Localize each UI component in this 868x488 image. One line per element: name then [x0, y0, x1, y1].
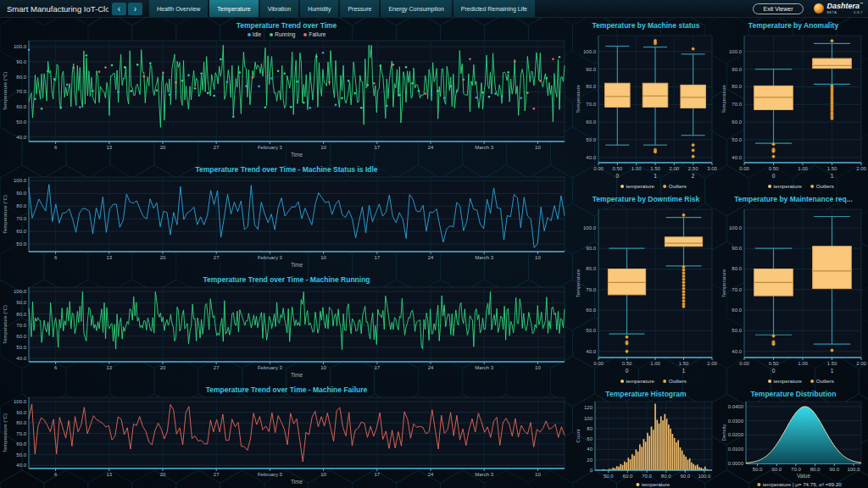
y-axis-title: Temperature: [576, 269, 581, 297]
brand-version: 0.8.7: [854, 11, 863, 14]
legend-item-temperature[interactable]: temperature: [620, 378, 654, 384]
x-axis-title: Time: [291, 479, 303, 485]
svg-text:1.50: 1.50: [679, 361, 689, 366]
legend: temperatureOutliers: [620, 183, 687, 189]
legend-item-temperature[interactable]: temperature: [620, 183, 654, 189]
svg-text:February 3: February 3: [258, 145, 283, 150]
legend-item-idle[interactable]: Idle: [248, 31, 261, 37]
legend-item-temperature[interactable]: temperature: [636, 481, 670, 487]
failure-dot-icon: [303, 33, 307, 36]
legend: temperature: [636, 481, 670, 487]
svg-text:70.0: 70.0: [791, 467, 801, 472]
tab-temperature[interactable]: Temperature: [209, 0, 258, 17]
y-axis-title: Temperature: [721, 269, 726, 297]
svg-text:27: 27: [214, 365, 220, 370]
svg-text:temperature: temperature: [626, 183, 655, 189]
outlier-point: [772, 150, 775, 152]
brand-beta-label: BETA: [826, 11, 837, 14]
y-axis-title: Temperature: [721, 84, 726, 113]
svg-text:13: 13: [106, 472, 112, 477]
legend-label: Idle: [253, 31, 261, 37]
nav-buttons: ‹ ›: [112, 3, 142, 15]
exit-viewer-button[interactable]: Exit Viewer: [753, 3, 804, 14]
chart-canvas-trend-running[interactable]: 40.050.060.070.080.090.0100.06132027Febr…: [0, 285, 573, 382]
chart-panel-temp-histogram: Temperature Histogram02040608010012050.0…: [573, 386, 719, 488]
chart-canvas-box-maintenance[interactable]: 40.050.060.070.080.090.0100.00.000.501.0…: [719, 204, 868, 386]
chart-panel-box-downtime-risk: Temperature by Downtime Risk40.050.060.0…: [573, 191, 719, 386]
legend-item-outliers[interactable]: Outliers: [810, 378, 834, 384]
svg-text:90.0: 90.0: [680, 474, 690, 479]
svg-text:10: 10: [320, 472, 326, 477]
svg-text:50.0: 50.0: [604, 474, 614, 479]
dashtera-logo-icon: [814, 3, 824, 14]
outlier-point: [692, 149, 694, 152]
svg-text:70.0: 70.0: [16, 216, 26, 221]
chart-panel-box-anomaly: Temperature by Anomality40.050.060.070.0…: [719, 18, 868, 191]
svg-text:10: 10: [535, 365, 541, 370]
chart-canvas-box-anomaly[interactable]: 40.050.060.070.080.090.0100.00.000.501.0…: [719, 30, 868, 191]
svg-text:March 3: March 3: [475, 145, 493, 150]
brand-logo[interactable]: Dashtera™ BETA 0.8.7: [814, 3, 863, 14]
y-axis-title: Temperature (°C): [3, 413, 8, 452]
legend-item-temperature[interactable]: temperature: [768, 378, 802, 384]
outlier-point: [626, 342, 628, 345]
svg-text:100.0: 100.0: [698, 474, 711, 479]
svg-text:27: 27: [214, 255, 220, 260]
left-chart-column: Temperature Trend over TimeIdleRunningFa…: [0, 18, 573, 488]
chart-canvas-temp-histogram[interactable]: 02040608010012050.060.070.080.090.0100.0…: [573, 399, 719, 488]
outlier-point: [654, 151, 656, 153]
svg-text:10: 10: [535, 255, 541, 260]
legend-item-outliers[interactable]: Outliers: [810, 183, 834, 189]
svg-text:60: 60: [587, 436, 593, 441]
chart-canvas-box-machine-status[interactable]: 40.050.060.070.080.090.0100.00.000.501.0…: [573, 30, 719, 191]
svg-text:20: 20: [587, 458, 593, 463]
legend-item-temperature[interactable]: temperature: [768, 183, 802, 189]
legend-item-failure[interactable]: Failure: [303, 31, 326, 37]
tab-energy-consumption[interactable]: Energy Consumption: [381, 0, 451, 17]
nav-back-button[interactable]: ‹: [112, 3, 126, 15]
svg-text:100.0: 100.0: [847, 467, 860, 472]
svg-text:50.0: 50.0: [753, 467, 763, 472]
tab-predicted-remaining-life[interactable]: Predicted Remaining Life: [453, 0, 535, 17]
svg-text:40.0: 40.0: [732, 349, 742, 354]
outlier-point: [772, 155, 775, 158]
chart-canvas-trend-failure[interactable]: 40.050.060.070.080.090.0100.06132027Febr…: [0, 395, 573, 488]
svg-text:90.0: 90.0: [16, 191, 26, 196]
tab-health-overview[interactable]: Health Overview: [149, 0, 208, 17]
x-axis-title: Time: [291, 372, 303, 378]
chart-canvas-temp-distribution[interactable]: 0.00000.01000.02000.03000.040050.060.070…: [719, 399, 868, 488]
svg-text:80.0: 80.0: [586, 84, 596, 89]
legend-item-running[interactable]: Running: [270, 31, 295, 37]
tab-vibration[interactable]: Vibration: [260, 0, 299, 17]
svg-text:90.0: 90.0: [16, 59, 26, 64]
legend-item-outliers[interactable]: Outliers: [663, 183, 687, 189]
svg-text:2.00: 2.00: [669, 166, 679, 171]
svg-text:0.00: 0.00: [593, 361, 604, 366]
svg-text:20: 20: [160, 145, 166, 150]
chart-canvas-trend-all[interactable]: 40.050.060.070.080.090.0100.06132027Febr…: [0, 38, 573, 162]
chart-panel-trend-all: Temperature Trend over TimeIdleRunningFa…: [0, 18, 573, 162]
legend-item-outliers[interactable]: Outliers: [663, 378, 687, 384]
legend-item-temperature[interactable]: temperature | μ= 74.75, σ² =99.20: [757, 481, 842, 487]
tab-humidity[interactable]: Humidity: [300, 0, 338, 17]
svg-text:0.50: 0.50: [612, 166, 622, 171]
outlier-point: [692, 155, 694, 158]
outlier-point: [626, 350, 628, 352]
nav-forward-button[interactable]: ›: [128, 3, 142, 15]
tab-pressure[interactable]: Pressure: [340, 0, 379, 17]
svg-text:February 3: February 3: [258, 255, 283, 260]
svg-text:0.00: 0.00: [739, 361, 749, 366]
svg-text:10: 10: [535, 145, 541, 150]
chart-canvas-trend-idle[interactable]: 50.060.070.080.090.0100.06132027February…: [0, 175, 573, 272]
svg-text:24: 24: [428, 472, 434, 477]
chart-title-trend-failure: Temperature Trend over Time - Machine Fa…: [0, 382, 573, 395]
chart-canvas-box-downtime-risk[interactable]: 40.050.060.070.080.090.0100.00.000.501.0…: [573, 204, 719, 386]
svg-text:70.0: 70.0: [586, 102, 596, 107]
brand-text: Dashtera™ BETA 0.8.7: [826, 3, 863, 14]
outlier-point: [682, 284, 685, 286]
svg-text:50.0: 50.0: [586, 328, 596, 333]
outlier-point: [682, 269, 685, 271]
svg-text:80.0: 80.0: [661, 474, 671, 479]
legend: temperature | μ= 74.75, σ² =99.20: [757, 481, 842, 487]
svg-text:80.0: 80.0: [586, 266, 596, 271]
